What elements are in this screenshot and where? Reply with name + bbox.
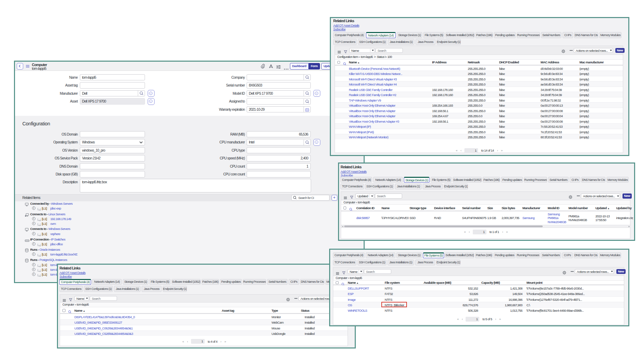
svg-text:c: c (40, 208, 41, 209)
svg-text:c: c (40, 233, 41, 235)
svg-text:c: c (40, 244, 41, 245)
svg-text:c: c (40, 269, 41, 271)
svg-text:c: c (40, 218, 41, 220)
svg-text:c: c (40, 254, 41, 255)
svg-text:c: c (40, 223, 41, 225)
svg-text:c: c (40, 264, 41, 266)
svg-text:c: c (40, 274, 41, 276)
